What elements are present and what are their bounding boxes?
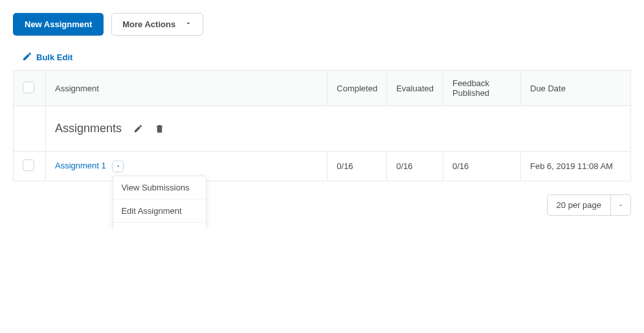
category-title: Assignments — [55, 122, 122, 135]
per-page-select[interactable]: 20 per page — [547, 194, 631, 216]
chevron-down-icon — [611, 195, 630, 215]
header-completed: Completed — [328, 71, 387, 106]
assignment-actions-menu: View Submissions Edit Assignment Hide fr… — [113, 176, 206, 229]
header-evaluated: Evaluated — [387, 71, 443, 106]
top-actions-bar: New Assignment More Actions — [13, 13, 631, 36]
bulk-edit-link[interactable]: Bulk Edit — [22, 51, 72, 63]
edit-category-button[interactable] — [133, 124, 143, 133]
cell-evaluated: 0/16 — [387, 152, 443, 181]
table-row: Assignment 1 View Submissions Edit Assig… — [14, 152, 631, 181]
header-checkbox-cell — [14, 71, 46, 106]
header-due: Due Date — [521, 71, 631, 106]
assignment-actions-trigger[interactable]: View Submissions Edit Assignment Hide fr… — [112, 161, 124, 172]
chevron-down-icon — [184, 19, 192, 29]
menu-hide-from-users[interactable]: Hide from Users — [113, 223, 206, 229]
row-checkbox[interactable] — [23, 159, 34, 171]
cell-completed: 0/16 — [328, 152, 387, 181]
header-feedback: Feedback Published — [443, 71, 521, 106]
more-actions-label: More Actions — [122, 19, 175, 29]
menu-view-submissions[interactable]: View Submissions — [113, 176, 206, 200]
bulk-edit-label: Bulk Edit — [36, 52, 72, 62]
header-assignment: Assignment — [46, 71, 328, 106]
more-actions-button[interactable]: More Actions — [111, 13, 203, 36]
category-title-wrap: Assignments — [55, 122, 164, 135]
assignments-table: Assignment Completed Evaluated Feedback … — [13, 70, 631, 181]
new-assignment-button[interactable]: New Assignment — [13, 13, 104, 36]
menu-edit-assignment[interactable]: Edit Assignment — [113, 200, 206, 223]
cell-due: Feb 6, 2019 11:08 AM — [521, 152, 631, 181]
assignment-link[interactable]: Assignment 1 — [55, 161, 106, 170]
pencil-icon — [22, 51, 32, 63]
delete-category-button[interactable] — [155, 124, 164, 133]
select-all-checkbox[interactable] — [23, 82, 34, 93]
per-page-label: 20 per page — [548, 195, 611, 215]
cell-feedback: 0/16 — [443, 152, 521, 181]
pager-row: 20 per page — [13, 194, 631, 216]
category-row: Assignments — [14, 106, 631, 152]
